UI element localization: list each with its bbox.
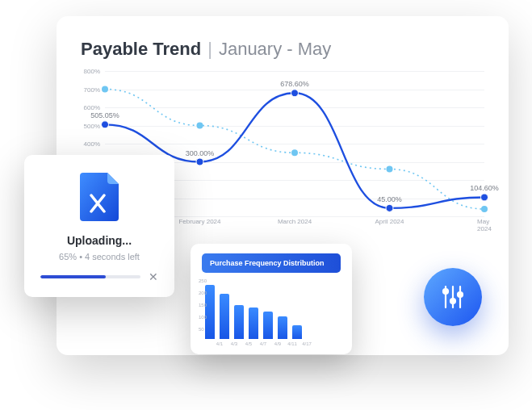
x-tick: March 2024: [278, 218, 312, 225]
frequency-x-axis: 4/14/34/54/74/94/114/17: [212, 339, 341, 346]
x-tick: February 2024: [178, 218, 220, 225]
data-label: 45.00%: [377, 195, 402, 203]
frequency-bar: [249, 308, 258, 339]
freq-y-tick: 50: [199, 327, 204, 332]
dotted-point: [291, 149, 298, 156]
solid-point: [481, 194, 488, 201]
upload-card: Uploading... 65% • 4 seconds left ✕: [24, 155, 174, 297]
dotted-point: [481, 206, 488, 212]
dotted-point: [197, 123, 203, 129]
svg-point-1: [443, 289, 448, 294]
data-label: 300.00%: [186, 149, 215, 157]
chart-subtitle: January - May: [219, 39, 331, 60]
data-label: 505.05%: [90, 111, 119, 119]
freq-x-tick: 4/11: [287, 341, 297, 346]
y-tick: 700%: [81, 86, 100, 93]
freq-y-tick: 100: [199, 315, 207, 320]
freq-x-tick: 4/3: [229, 341, 239, 346]
frequency-bar: [292, 325, 302, 339]
chart-title: Payable Trend: [81, 39, 201, 60]
frequency-bar: [278, 316, 287, 339]
close-icon[interactable]: ✕: [149, 271, 158, 282]
sliders-icon: [439, 283, 467, 311]
upload-progress-row: ✕: [40, 271, 158, 282]
dotted-point: [387, 166, 393, 173]
frequency-bar: [263, 312, 273, 339]
svg-point-5: [458, 292, 463, 297]
frequency-title: Purchase Frequency Distribution: [202, 253, 341, 273]
x-tick: May 2024: [477, 218, 492, 232]
frequency-bar: [220, 294, 229, 339]
title-separator: |: [207, 39, 212, 60]
frequency-card: Purchase Frequency Distribution 25020015…: [191, 244, 352, 354]
freq-x-tick: 4/1: [215, 341, 224, 346]
solid-point: [196, 158, 203, 165]
x-tick: April 2024: [375, 218, 404, 225]
upload-progress-bar: [40, 275, 140, 278]
freq-x-tick: 4/7: [258, 341, 268, 346]
frequency-bar: [234, 305, 244, 339]
y-tick: 500%: [81, 122, 100, 129]
settings-button[interactable]: [424, 268, 482, 326]
frequency-bar-chart: 25020015010050: [202, 281, 341, 339]
freq-x-tick: 4/9: [273, 341, 283, 346]
solid-point: [102, 121, 109, 128]
solid-point: [386, 204, 393, 211]
y-tick: 400%: [81, 140, 100, 148]
y-tick: 600%: [81, 104, 100, 111]
upload-status: Uploading...: [40, 234, 158, 247]
freq-x-tick: 4/5: [244, 341, 253, 346]
freq-y-tick: 250: [199, 278, 207, 283]
freq-x-tick: 4/17: [302, 341, 312, 346]
chart-title-row: Payable Trend | January - May: [81, 39, 484, 60]
svg-point-3: [450, 299, 455, 303]
upload-meta: 65% • 4 seconds left: [40, 252, 158, 261]
upload-progress-fill: [40, 275, 106, 278]
data-label: 678.60%: [280, 80, 309, 88]
data-label: 104.60%: [470, 184, 499, 192]
dotted-point: [102, 86, 108, 93]
freq-y-tick: 150: [199, 303, 207, 308]
solid-point: [291, 90, 299, 97]
freq-y-tick: 200: [199, 291, 207, 295]
excel-file-icon: [80, 173, 119, 221]
y-tick: 800%: [81, 68, 100, 75]
